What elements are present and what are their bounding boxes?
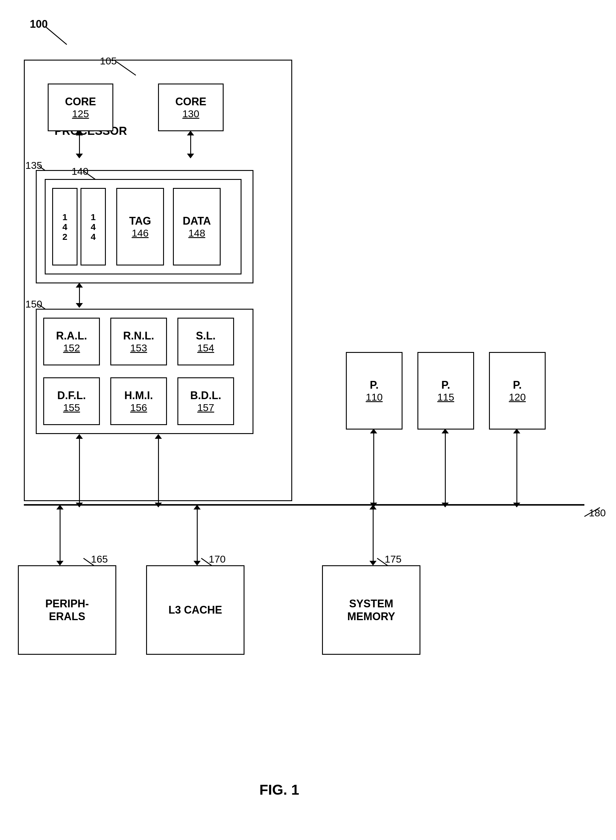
- p115-num: 115: [437, 391, 455, 403]
- arrow-p120-bus: [516, 430, 517, 504]
- dfl-box: D.F.L. 155: [43, 377, 100, 425]
- arrowhead-proc-bus-up-1: [76, 434, 83, 439]
- cache-144-label: 144: [91, 212, 96, 242]
- arrowhead-core130-down: [187, 154, 194, 159]
- peripherals-label: PERIPH-ERALS: [45, 597, 89, 623]
- ref-170-label: 170: [209, 553, 226, 565]
- p120-box: P. 120: [489, 352, 546, 430]
- cache-data-box: DATA 148: [173, 188, 221, 266]
- arrowhead-p115-up: [441, 429, 449, 433]
- p110-label: P.: [370, 379, 378, 391]
- ref-105-label: 105: [100, 55, 117, 67]
- rnl-num: 153: [130, 342, 147, 354]
- bdl-box: B.D.L. 157: [177, 377, 234, 425]
- p115-box: P. 115: [417, 352, 474, 430]
- arrow-proc-bus-1: [79, 435, 80, 504]
- dfl-label: D.F.L.: [57, 389, 86, 402]
- peripherals-box: PERIPH-ERALS: [18, 565, 116, 655]
- bdl-num: 157: [197, 402, 214, 413]
- bdl-label: B.D.L.: [190, 389, 221, 402]
- arrow-p115-bus: [445, 430, 446, 504]
- p110-box: P. 110: [346, 352, 402, 430]
- core-125-title: CORE: [65, 95, 96, 108]
- arrow-bus-sysmem: [373, 506, 374, 562]
- sl-box: S.L. 154: [177, 318, 234, 366]
- core-130-box: CORE 130: [158, 84, 224, 131]
- bus-line: [24, 504, 584, 506]
- core-125-box: CORE 125: [48, 84, 113, 131]
- cache-data-num: 148: [188, 227, 205, 239]
- ral-num: 152: [63, 342, 80, 354]
- arrowhead-bus-periph-up: [56, 505, 63, 510]
- core-130-title: CORE: [175, 95, 206, 108]
- arrowhead-core125-down: [76, 154, 83, 159]
- p110-num: 110: [366, 391, 383, 403]
- arrow-bus-l3: [197, 506, 198, 562]
- ref-165-label: 165: [91, 553, 108, 565]
- cache-tag-num: 146: [132, 227, 149, 239]
- arrowhead-cache-lm-down: [76, 303, 83, 308]
- sl-label: S.L.: [196, 329, 216, 342]
- ref-135-label: 135: [25, 160, 43, 171]
- fig-label: FIG. 1: [260, 781, 299, 798]
- cache-tag-label: TAG: [129, 214, 151, 227]
- rnl-box: R.N.L. 153: [110, 318, 167, 366]
- core-130-num: 130: [182, 108, 199, 120]
- sysmem-box: SYSTEMMEMORY: [322, 565, 420, 655]
- arrowhead-p110-up: [370, 429, 377, 433]
- arrowhead-core125-up: [76, 131, 83, 135]
- arrowhead-proc-bus-up-2: [155, 434, 162, 439]
- sysmem-label: SYSTEMMEMORY: [348, 597, 395, 623]
- diagram: 100 PROCESSOR 105 CORE 125 CORE 130 135 …: [0, 0, 616, 840]
- arrowhead-bus-sysmem-down: [370, 561, 377, 565]
- arrow-proc-bus-2: [158, 435, 159, 504]
- ref-150-label: 150: [25, 298, 43, 310]
- p120-num: 120: [509, 391, 526, 403]
- p120-label: P.: [513, 379, 522, 391]
- ref-100-arrow: [46, 27, 67, 45]
- arrow-p110-bus: [373, 430, 374, 504]
- p115-label: P.: [441, 379, 450, 391]
- arrowhead-p120-up: [513, 429, 520, 433]
- cache-142-label: 142: [62, 212, 67, 242]
- ref-140-label: 140: [72, 166, 88, 177]
- ral-box: R.A.L. 152: [43, 318, 100, 366]
- hmi-label: H.M.I.: [124, 389, 153, 402]
- ral-label: R.A.L.: [56, 329, 87, 342]
- l3cache-box: L3 CACHE: [146, 565, 245, 655]
- cache-tag-box: TAG 146: [116, 188, 164, 266]
- hmi-num: 156: [130, 402, 147, 413]
- hmi-box: H.M.I. 156: [110, 377, 167, 425]
- cache-item-142: 142: [52, 188, 78, 266]
- ref-100-label: 100: [30, 18, 48, 31]
- core-125-num: 125: [72, 108, 89, 120]
- arrowhead-cache-lm-up: [76, 283, 83, 288]
- arrowhead-bus-sysmem-up: [370, 505, 377, 510]
- ref-175-label: 175: [385, 553, 402, 565]
- arrowhead-bus-l3-down: [194, 561, 201, 565]
- arrowhead-core130-up: [187, 131, 194, 135]
- arrowhead-bus-periph-down: [56, 561, 63, 565]
- sl-num: 154: [197, 342, 214, 354]
- arrowhead-bus-l3-up: [194, 505, 201, 510]
- l3cache-label: L3 CACHE: [169, 604, 222, 616]
- cache-data-label: DATA: [183, 214, 211, 227]
- rnl-label: R.N.L.: [123, 329, 154, 342]
- dfl-num: 155: [63, 402, 80, 413]
- arrow-bus-peripherals: [60, 506, 60, 562]
- cache-item-144: 144: [81, 188, 106, 266]
